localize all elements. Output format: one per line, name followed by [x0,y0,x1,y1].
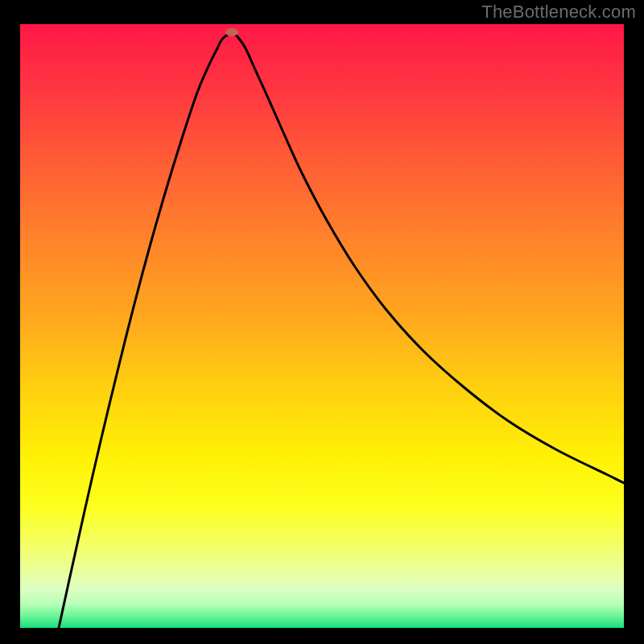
chart-frame: TheBottleneck.com [0,0,644,644]
attribution-text: TheBottleneck.com [481,2,636,23]
optimum-marker [225,28,238,36]
bottleneck-plot [20,24,624,628]
gradient-background [20,24,624,628]
